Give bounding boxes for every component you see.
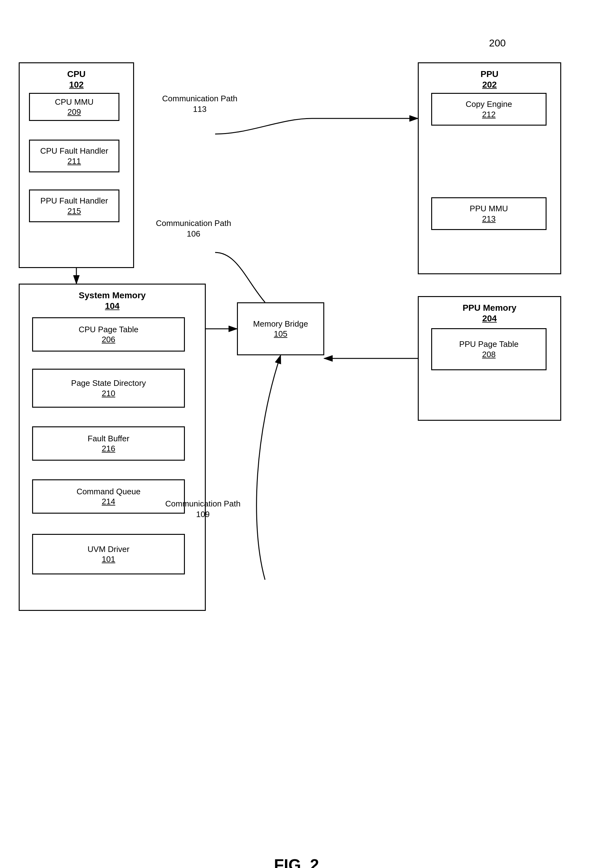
command-queue-num: 214 — [102, 497, 115, 506]
uvm-driver-num: 101 — [102, 555, 115, 564]
memory-bridge-box: Memory Bridge 105 — [237, 302, 324, 355]
ppu-box: PPU 202 Copy Engine 212 PPU MMU 213 — [418, 62, 561, 274]
ref-number: 200 — [489, 37, 506, 49]
copy-engine-label: Copy Engine — [466, 99, 512, 110]
cpu-mmu-label: CPU MMU — [55, 97, 93, 108]
page-state-dir-box: Page State Directory 210 — [32, 369, 185, 407]
ppu-label: PPU — [481, 69, 498, 80]
ppu-num: 202 — [481, 80, 498, 90]
cpu-page-table-box: CPU Page Table 206 — [32, 317, 185, 351]
comm-path-106-label: Communication Path 106 — [156, 218, 231, 239]
ppu-mmu-label: PPU MMU — [470, 204, 508, 214]
uvm-driver-label: UVM Driver — [87, 544, 129, 555]
ppu-page-table-box: PPU Page Table 208 — [431, 328, 547, 370]
cpu-label: CPU — [67, 69, 86, 80]
fault-buffer-label: Fault Buffer — [87, 434, 129, 444]
command-queue-box: Command Queue 214 — [32, 479, 185, 514]
cpu-mmu-box: CPU MMU 209 — [29, 93, 120, 121]
comm-path-113-label: Communication Path 113 — [162, 93, 237, 115]
ppu-page-table-label: PPU Page Table — [459, 339, 519, 350]
fig-label: FIG. 2 — [274, 856, 319, 868]
cpu-mmu-num: 209 — [67, 107, 81, 117]
cpu-page-table-num: 206 — [102, 335, 115, 344]
cpu-fault-box: CPU Fault Handler 211 — [29, 140, 120, 172]
sys-memory-box: System Memory 104 CPU Page Table 206 Pag… — [19, 283, 206, 611]
fault-buffer-num: 216 — [102, 444, 115, 453]
memory-bridge-num: 105 — [274, 329, 287, 339]
page-state-dir-num: 210 — [102, 389, 115, 398]
ppu-memory-box: PPU Memory 204 PPU Page Table 208 — [418, 296, 561, 421]
command-queue-label: Command Queue — [76, 487, 140, 497]
sys-memory-num: 104 — [79, 301, 146, 311]
page-state-dir-label: Page State Directory — [71, 378, 146, 389]
ppu-fault-box: PPU Fault Handler 215 — [29, 189, 120, 222]
ppu-page-table-num: 208 — [482, 350, 495, 359]
cpu-num: 102 — [67, 80, 86, 90]
ppu-mmu-box: PPU MMU 213 — [431, 197, 547, 230]
fault-buffer-box: Fault Buffer 216 — [32, 427, 185, 461]
cpu-box: CPU 102 CPU MMU 209 CPU Fault Handler 21… — [19, 62, 134, 268]
sys-memory-label: System Memory — [79, 290, 146, 301]
comm-path-109-label: Communication Path 109 — [165, 499, 240, 520]
ppu-mmu-num: 213 — [482, 214, 495, 224]
ppu-fault-num: 215 — [67, 206, 81, 216]
cpu-page-table-label: CPU Page Table — [78, 325, 138, 335]
diagram-container: 200 CPU 102 CPU MMU 209 CPU Fault Handle… — [0, 25, 593, 868]
uvm-driver-box: UVM Driver 101 — [32, 534, 185, 574]
ppu-memory-num: 204 — [463, 313, 517, 324]
copy-engine-box: Copy Engine 212 — [431, 93, 547, 125]
ppu-memory-label: PPU Memory — [463, 303, 517, 313]
memory-bridge-label: Memory Bridge — [253, 319, 308, 329]
ppu-fault-label: PPU Fault Handler — [40, 196, 108, 206]
cpu-fault-num: 211 — [67, 156, 81, 166]
cpu-fault-label: CPU Fault Handler — [40, 146, 108, 156]
copy-engine-num: 212 — [482, 110, 495, 120]
